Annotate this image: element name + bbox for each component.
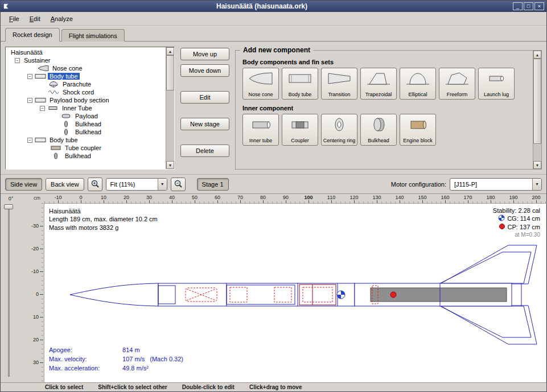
component-scrollbar-track[interactable] (533, 59, 541, 161)
horizontal-ruler: -100102030405060708090100110120130140150… (44, 194, 546, 203)
edit-button[interactable]: Edit (180, 91, 229, 104)
add-trapezoidal-fin-button[interactable]: Trapezoidal (360, 68, 397, 100)
move-down-button[interactable]: Move down (180, 64, 229, 77)
app-window: Haisunäätä (haisunaata.ork) _ □ × File E… (0, 0, 547, 392)
nose-cone-icon (38, 65, 49, 72)
max-acceleration-label: Max. acceleration: (49, 364, 121, 373)
nose-cone-icon (248, 71, 273, 86)
add-inner-tube-button[interactable]: Inner tube (242, 114, 279, 146)
tree-scrollbar-track[interactable] (166, 55, 174, 161)
add-coupler-button[interactable]: Coupler (282, 114, 318, 146)
scroll-down-icon[interactable]: ▼ (166, 161, 174, 169)
scroll-up-icon[interactable]: ▲ (533, 51, 541, 59)
stage-1-toggle[interactable]: Stage 1 (197, 178, 229, 191)
tree-scrollbar[interactable]: ▲ ▼ (166, 47, 174, 169)
move-up-button[interactable]: Move up (180, 48, 229, 60)
inner-tube-icon (248, 117, 273, 133)
back-view-button[interactable]: Back view (46, 178, 84, 191)
bulkhead-icon (60, 121, 72, 127)
tree-item-parachute[interactable]: Parachute (7, 80, 166, 88)
motor-configuration-select[interactable]: [J115-P] ▼ (450, 178, 542, 191)
component-scrollbar-thumb[interactable] (533, 59, 541, 144)
view-toolbar: Side view Back view Fit (11%) ▼ Stage 1 … (1, 174, 546, 193)
menubar: File Edit Analyze (1, 12, 546, 26)
rotation-slider-track[interactable] (8, 208, 10, 377)
collapse-icon[interactable]: − (27, 138, 32, 143)
add-centering-ring-button[interactable]: Centering ring (321, 114, 357, 146)
add-launch-lug-button[interactable]: Launch lug (478, 68, 515, 100)
ruler-unit-label: cm (21, 194, 44, 203)
close-button[interactable]: × (534, 2, 544, 10)
add-nose-cone-button[interactable]: Nose cone (242, 68, 279, 100)
launch-lug-icon (484, 71, 509, 86)
tree-item-bulkhead[interactable]: Bulkhead (7, 120, 166, 128)
tree-item-tube-coupler[interactable]: Tube coupler (7, 144, 166, 152)
rocket-mass: Mass with motors 3832 g (49, 224, 158, 232)
tree-item-bulkhead[interactable]: Bulkhead (7, 152, 166, 160)
delete-button[interactable]: Delete (180, 145, 229, 157)
add-body-tube-button[interactable]: Body tube (282, 68, 318, 100)
side-view-button[interactable]: Side view (5, 178, 42, 191)
tree-item-shock-cord[interactable]: Shock cord (7, 88, 166, 96)
add-elliptical-fin-button[interactable]: Elliptical (400, 68, 436, 100)
collapse-icon[interactable]: − (27, 98, 32, 103)
scroll-up-icon[interactable]: ▲ (166, 47, 174, 55)
add-engine-block-button[interactable]: Engine block (400, 114, 436, 146)
titlebar[interactable]: Haisunäätä (haisunaata.ork) _ □ × (1, 1, 546, 12)
centering-ring-icon (327, 117, 352, 133)
collapse-icon[interactable]: − (40, 106, 45, 111)
tree-item-nose-cone[interactable]: Nose cone (7, 64, 166, 72)
stability-value: Stability: 2.28 cal (493, 207, 540, 214)
minimize-button[interactable]: _ (513, 2, 523, 10)
max-acceleration-value: 49.8 m/s² (122, 365, 149, 372)
parachute-icon (48, 81, 59, 88)
scroll-down-icon[interactable]: ▼ (533, 161, 541, 169)
mach-note: at M=0.30 (493, 232, 540, 238)
tree-item-inner-tube[interactable]: − Inner Tube (7, 104, 166, 112)
zoom-value: Fit (11%) (106, 181, 158, 188)
tree-item-payload[interactable]: Payload (7, 112, 166, 120)
tree-item-rocket[interactable]: Haisunäätä (7, 48, 166, 56)
body-components-label: Body components and fin sets (242, 59, 531, 65)
tree-item-bulkhead[interactable]: Bulkhead (7, 128, 166, 136)
component-tree-panel: Haisunäätä − Sustainer Nose cone − Body … (5, 47, 175, 170)
cg-marker (337, 291, 345, 299)
add-transition-button[interactable]: Transition (321, 68, 357, 100)
component-panel-scrollbar[interactable]: ▲ ▼ (533, 51, 541, 169)
zoom-out-button[interactable] (171, 178, 186, 191)
tree-item-body-tube[interactable]: − Body tube (7, 72, 166, 80)
rocket-canvas[interactable]: Haisunäätä Length 189 cm, max. diameter … (44, 203, 546, 382)
tree-item-stage[interactable]: − Sustainer (7, 56, 166, 64)
apogee-value: 814 m (122, 346, 140, 353)
menu-file[interactable]: File (5, 14, 23, 24)
apogee-label: Apogee: (49, 346, 121, 355)
tree-item-payload-body-section[interactable]: − Payload body section (7, 96, 166, 104)
tree-item-body-tube-2[interactable]: − Body tube (7, 136, 166, 144)
rocket-name: Haisunäätä (49, 207, 158, 215)
menu-analyze[interactable]: Analyze (47, 14, 77, 24)
hint-click-select: Click to select (45, 384, 83, 390)
chevron-down-icon[interactable]: ▼ (158, 179, 167, 190)
hint-drag: Click+drag to move (249, 384, 302, 390)
add-freeform-fin-button[interactable]: Freeform (439, 68, 475, 100)
tube-coupler-icon (50, 145, 61, 151)
collapse-icon[interactable]: − (27, 74, 32, 79)
new-stage-button[interactable]: New stage (180, 118, 229, 130)
bulkhead-icon (50, 152, 61, 159)
collapse-icon[interactable]: − (15, 58, 20, 63)
rocket-summary: Haisunäätä Length 189 cm, max. diameter … (49, 207, 158, 232)
component-tree[interactable]: Haisunäätä − Sustainer Nose cone − Body … (6, 47, 166, 169)
payload-icon (60, 113, 72, 119)
menu-edit[interactable]: Edit (26, 14, 44, 24)
zoom-select[interactable]: Fit (11%) ▼ (106, 178, 167, 191)
zoom-in-button[interactable] (88, 178, 102, 191)
chevron-down-icon[interactable]: ▼ (532, 179, 541, 190)
add-bulkhead-button[interactable]: Bulkhead (360, 114, 397, 146)
fin-upper-outline-2 (440, 252, 531, 283)
maximize-button[interactable]: □ (524, 2, 533, 10)
fin-lower-outline (440, 306, 537, 344)
rotation-slider-handle[interactable] (4, 204, 13, 209)
tab-rocket-design[interactable]: Rocket design (5, 28, 60, 42)
tree-scrollbar-thumb[interactable] (166, 55, 174, 90)
tab-flight-simulations[interactable]: Flight simulations (61, 29, 125, 42)
